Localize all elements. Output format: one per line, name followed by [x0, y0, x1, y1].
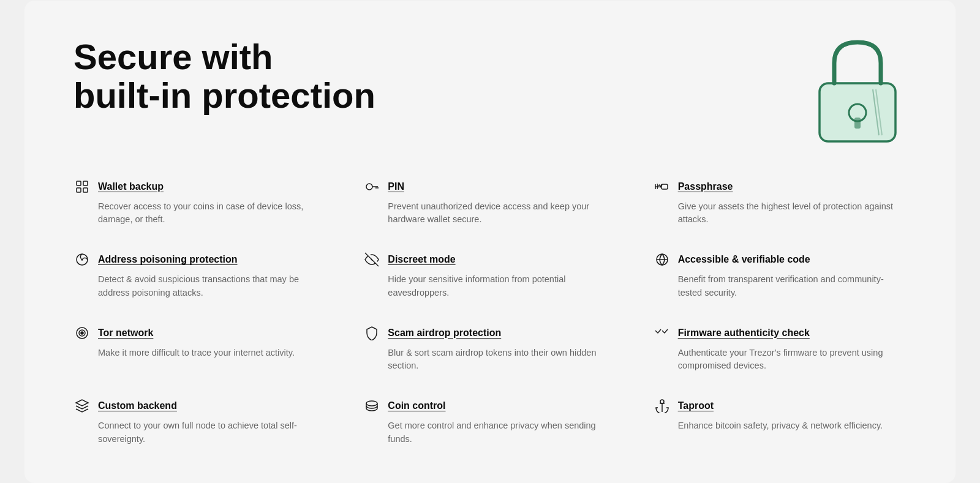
lock-illustration: [809, 31, 907, 148]
feature-item-scam-airdrop: Scam airdrop protectionBlur & sort scam …: [363, 324, 616, 373]
feature-item-passphrase: |**PassphraseGive your assets the highes…: [654, 178, 907, 227]
header-text: Secure withbuilt-in protection: [74, 37, 375, 128]
feature-title-discreet-mode[interactable]: Discreet mode: [388, 254, 455, 265]
feature-desc-pin: Prevent unauthorized device access and k…: [363, 200, 616, 227]
feature-item-firmware-check: Firmware authenticity checkAuthenticate …: [654, 324, 907, 373]
feature-title-firmware-check[interactable]: Firmware authenticity check: [678, 328, 810, 339]
feature-header-scam-airdrop: Scam airdrop protection: [363, 324, 616, 342]
feature-header-address-poisoning: Address poisoning protection: [74, 251, 326, 268]
svg-rect-0: [820, 83, 895, 141]
feature-desc-discreet-mode: Hide your sensitive information from pot…: [363, 273, 616, 300]
anchor-icon: [654, 397, 671, 414]
feature-title-scam-airdrop[interactable]: Scam airdrop protection: [388, 328, 501, 339]
feature-header-discreet-mode: Discreet mode: [363, 251, 616, 268]
svg-rect-8: [83, 188, 88, 192]
svg-rect-5: [77, 181, 81, 185]
feature-header-taproot: Taproot: [654, 397, 907, 414]
grid-icon: [74, 178, 91, 195]
feature-title-passphrase[interactable]: Passphrase: [678, 181, 733, 192]
svg-rect-2: [854, 118, 861, 129]
passphrase-icon: |**: [654, 178, 671, 195]
main-card: Secure withbuilt-in protection Wallet ba…: [24, 1, 956, 483]
feature-header-passphrase: |**Passphrase: [654, 178, 907, 195]
feature-desc-taproot: Enhance bitcoin safety, privacy & networ…: [654, 419, 907, 433]
feature-item-custom-backend: Custom backendConnect to your own full n…: [74, 397, 326, 446]
feature-desc-scam-airdrop: Blur & sort scam airdrop tokens into the…: [363, 346, 616, 373]
feature-header-firmware-check: Firmware authenticity check: [654, 324, 907, 342]
svg-rect-6: [83, 181, 88, 185]
feature-desc-tor-network: Make it more difficult to trace your int…: [74, 346, 326, 360]
features-grid: Wallet backupRecover access to your coin…: [74, 178, 907, 446]
svg-point-9: [366, 184, 372, 190]
feature-item-discreet-mode: Discreet modeHide your sensitive informa…: [363, 251, 616, 300]
svg-rect-7: [77, 188, 81, 192]
feature-title-pin[interactable]: PIN: [388, 181, 404, 192]
feature-header-tor-network: Tor network: [74, 324, 326, 342]
feature-item-address-poisoning: Address poisoning protectionDetect & avo…: [74, 251, 326, 300]
tor-icon: [74, 324, 91, 342]
feature-title-custom-backend[interactable]: Custom backend: [98, 400, 177, 411]
feature-header-wallet-backup: Wallet backup: [74, 178, 326, 195]
feature-desc-accessible-code: Benefit from transparent verification an…: [654, 273, 907, 300]
feature-desc-passphrase: Give your assets the highest level of pr…: [654, 200, 907, 227]
svg-marker-26: [76, 400, 88, 406]
svg-point-25: [81, 332, 83, 334]
svg-point-28: [660, 400, 664, 403]
feature-header-accessible-code: Accessible & verifiable code: [654, 251, 907, 268]
eye-off-icon: [363, 251, 380, 268]
header-area: Secure withbuilt-in protection: [74, 37, 907, 148]
layers-icon: [74, 397, 91, 414]
page-title: Secure withbuilt-in protection: [74, 37, 375, 116]
shield-icon: [363, 324, 380, 342]
svg-point-27: [366, 401, 377, 406]
svg-point-20: [81, 259, 83, 260]
feature-header-pin: PIN: [363, 178, 616, 195]
feature-title-address-poisoning[interactable]: Address poisoning protection: [98, 254, 238, 265]
feature-desc-address-poisoning: Detect & avoid suspicious transactions t…: [74, 273, 326, 300]
svg-text:|**: |**: [657, 183, 663, 189]
feature-item-coin-control: Coin controlGet more control and enhance…: [363, 397, 616, 446]
key-icon: [363, 178, 380, 195]
feature-desc-custom-backend: Connect to your own full node to achieve…: [74, 419, 326, 446]
feature-item-accessible-code: Accessible & verifiable codeBenefit from…: [654, 251, 907, 300]
check-icon: [654, 324, 671, 342]
feature-desc-coin-control: Get more control and enhance privacy whe…: [363, 419, 616, 446]
feature-header-custom-backend: Custom backend: [74, 397, 326, 414]
feature-title-tor-network[interactable]: Tor network: [98, 328, 153, 339]
feature-desc-firmware-check: Authenticate your Trezor's firmware to p…: [654, 346, 907, 373]
feature-desc-wallet-backup: Recover access to your coins in case of …: [74, 200, 326, 227]
feature-item-taproot: TaprootEnhance bitcoin safety, privacy &…: [654, 397, 907, 446]
feature-title-accessible-code: Accessible & verifiable code: [678, 254, 810, 265]
feature-item-wallet-backup: Wallet backupRecover access to your coin…: [74, 178, 326, 227]
target-icon: [74, 251, 91, 268]
feature-item-pin: PINPrevent unauthorized device access an…: [363, 178, 616, 227]
feature-title-taproot[interactable]: Taproot: [678, 400, 714, 411]
coin-icon: [363, 397, 380, 414]
feature-title-wallet-backup[interactable]: Wallet backup: [98, 181, 164, 192]
globe-icon: [654, 251, 671, 268]
feature-title-coin-control[interactable]: Coin control: [388, 400, 445, 411]
feature-header-coin-control: Coin control: [363, 397, 616, 414]
feature-item-tor-network: Tor networkMake it more difficult to tra…: [74, 324, 326, 373]
